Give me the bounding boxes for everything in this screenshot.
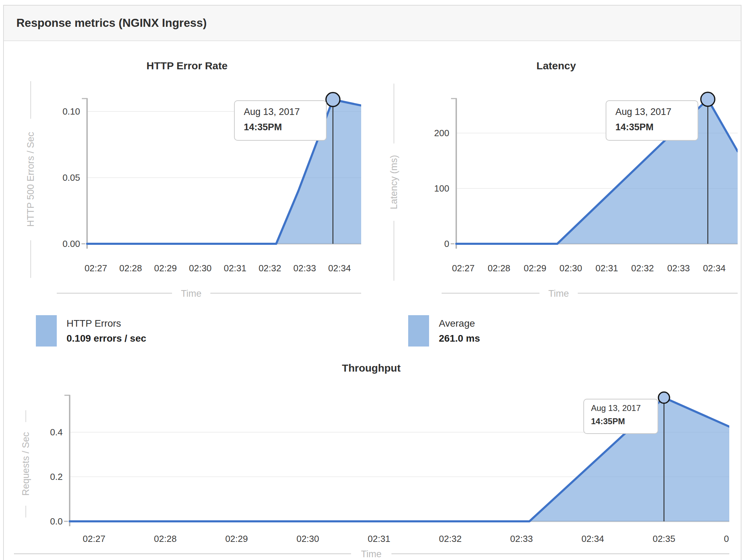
svg-text:Time: Time [549,288,569,299]
tooltip-http-error-rate: Aug 13, 2017 14:35PM [234,100,327,141]
svg-text:Time: Time [361,549,382,559]
svg-text:02:30: 02:30 [189,263,211,273]
svg-text:02:30: 02:30 [296,534,319,544]
svg-text:02:34: 02:34 [328,263,351,273]
svg-text:02:27: 02:27 [452,263,475,273]
tooltip-time: 14:35PM [244,122,317,133]
svg-text:0.4: 0.4 [50,427,63,437]
svg-text:02:29: 02:29 [524,263,546,273]
svg-text:02:33: 02:33 [510,534,533,544]
tooltip-date: Aug 13, 2017 [591,403,651,413]
y-axis-title-requests-per-sec: Requests / Sec [21,432,31,496]
svg-text:02:32: 02:32 [258,263,281,273]
svg-text:02:35: 02:35 [653,534,675,544]
chart-title-latency: Latency [536,60,576,72]
charts-canvas: 0.100.050.0002:2702:2802:2902:3002:3102:… [0,0,746,560]
svg-text:0.10: 0.10 [62,106,80,117]
svg-text:02:30: 02:30 [559,263,582,273]
tooltip-date: Aug 13, 2017 [615,107,689,117]
svg-text:0.05: 0.05 [62,172,80,183]
tooltip-time: 14:35PM [591,417,651,426]
svg-text:02:33: 02:33 [293,263,316,273]
svg-text:0.00: 0.00 [62,239,80,249]
svg-text:02:34: 02:34 [703,263,725,273]
legend-average-latency: Average 261.0 ms [408,315,480,347]
svg-text:200: 200 [434,128,449,138]
tooltip-throughput: Aug 13, 2017 14:35PM [583,399,658,434]
y-axis-title-http-500-errors: HTTP 500 Errors / Sec [25,132,36,227]
svg-text:02:31: 02:31 [224,263,246,273]
svg-text:0.2: 0.2 [50,472,63,482]
svg-text:02:27: 02:27 [85,263,107,273]
chart-title-http-error-rate: HTTP Error Rate [147,60,228,72]
response-metrics-page: { "panel": { "title": "Response metrics … [0,0,746,560]
svg-text:02:29: 02:29 [225,534,248,544]
svg-text:100: 100 [434,183,449,194]
svg-text:02:28: 02:28 [119,263,142,273]
legend-value: 261.0 ms [439,333,480,344]
tooltip-latency: Aug 13, 2017 14:35PM [606,100,698,141]
legend-swatch-icon [36,315,57,347]
svg-text:02:28: 02:28 [488,263,510,273]
svg-text:02:35: 02:35 [739,263,746,273]
svg-text:02:34: 02:34 [581,534,604,544]
svg-text:02:32: 02:32 [439,534,461,544]
http-error-rate-plot-area[interactable]: 0.100.050.0002:2702:2802:2902:3002:3102:… [57,93,386,299]
svg-text:02:32: 02:32 [631,263,654,273]
y-axis-title-latency-ms: Latency (ms) [389,155,399,209]
tooltip-date: Aug 13, 2017 [244,107,317,117]
chart-title-throughput: Throughput [342,362,401,374]
svg-text:0.0: 0.0 [50,516,63,527]
svg-text:02:33: 02:33 [667,263,690,273]
legend-label: HTTP Errors [67,318,146,329]
svg-text:02:31: 02:31 [596,263,618,273]
legend-value: 0.109 errors / sec [67,333,146,344]
legend-http-errors: HTTP Errors 0.109 errors / sec [36,315,146,347]
svg-text:Time: Time [181,288,202,299]
svg-text:02:36: 02:36 [724,534,746,544]
svg-text:02:28: 02:28 [154,534,177,544]
tooltip-time: 14:35PM [615,122,689,133]
svg-text:02:29: 02:29 [154,263,177,273]
latency-plot-area[interactable]: 200100002:2702:2802:2902:3002:3102:3202:… [434,92,746,299]
legend-label: Average [439,318,480,329]
legend-swatch-icon [408,315,429,347]
svg-text:02:27: 02:27 [83,534,106,544]
svg-text:0: 0 [444,239,449,249]
svg-text:02:31: 02:31 [368,534,390,544]
svg-text:02:35: 02:35 [363,263,386,273]
